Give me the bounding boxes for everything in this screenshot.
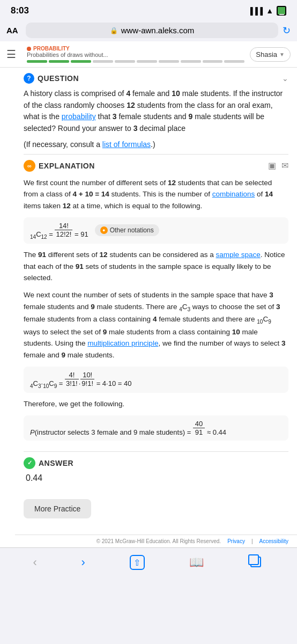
battery-icon: ⎯ bbox=[277, 6, 286, 16]
more-practice-section: More Practice bbox=[15, 488, 297, 535]
explanation-para-2: The 91 different sets of 12 students can… bbox=[24, 249, 288, 284]
question-header: ? QUESTION ⌄ bbox=[24, 73, 288, 84]
footer-bar: © 2021 McGraw-Hill Education. All Rights… bbox=[15, 535, 297, 547]
formula-2-block: 4C3·10C9 = 4!3!1!·10!9!1! = 4·10 = 40 bbox=[24, 367, 288, 393]
back-button[interactable]: ‹ bbox=[24, 553, 45, 572]
multiplication-principle-link[interactable]: multiplication principle bbox=[87, 339, 158, 347]
explanation-para-3: We next count the number of sets of stud… bbox=[24, 289, 288, 361]
formula-link[interactable]: list of formulas bbox=[102, 140, 151, 149]
combinations-link[interactable]: combinations bbox=[212, 190, 255, 198]
notation-btn-label: Other notations bbox=[110, 226, 154, 234]
accessibility-link[interactable]: Accessibility bbox=[259, 538, 288, 544]
explanation-icon: ∞ bbox=[24, 160, 35, 172]
explanation-right-icons: ▣ ✉ bbox=[268, 160, 288, 171]
copy-button[interactable] bbox=[240, 552, 273, 573]
lock-icon: 🔒 bbox=[110, 27, 118, 34]
nav-label-dot bbox=[27, 47, 31, 51]
progress-seg-8 bbox=[181, 60, 201, 63]
envelope-icon[interactable]: ✉ bbox=[281, 160, 288, 171]
nav-sub-text: Probabilities of draws without... bbox=[27, 52, 244, 58]
progress-seg-3 bbox=[71, 60, 91, 63]
share-icon: ⇧ bbox=[130, 555, 145, 570]
share-button[interactable]: ⇧ bbox=[121, 553, 153, 572]
explanation-para-4: Therefore, we get the following. bbox=[24, 398, 288, 410]
main-content: ☰ PROBABILITY Probabilities of draws wit… bbox=[0, 41, 297, 547]
answer-header: ✓ ANSWER bbox=[24, 457, 288, 469]
page-content: ? QUESTION ⌄ A history class is comprise… bbox=[15, 68, 297, 547]
copy-icon bbox=[248, 554, 264, 570]
info-icon: ● bbox=[100, 226, 108, 234]
grid-icon[interactable]: ▣ bbox=[268, 160, 276, 171]
formula-3-block: P(instructor selects 3 female and 9 male… bbox=[24, 415, 288, 441]
shasia-label: Shasia bbox=[256, 50, 277, 58]
progress-bar bbox=[27, 60, 244, 63]
refresh-button[interactable]: ↻ bbox=[283, 25, 291, 36]
answer-icon: ✓ bbox=[24, 457, 35, 469]
top-nav: ☰ PROBABILITY Probabilities of draws wit… bbox=[0, 41, 297, 68]
url-text: www-awn.aleks.com bbox=[121, 26, 195, 35]
forward-button[interactable]: › bbox=[73, 553, 94, 572]
footer-divider: | bbox=[251, 538, 253, 544]
status-time: 8:03 bbox=[11, 5, 29, 16]
status-bar: 8:03 ▐▐▐ ▲ ⎯ bbox=[0, 0, 297, 19]
formula-2-text: 4C3·10C9 = 4!3!1!·10!9!1! = 4·10 = 40 bbox=[30, 371, 131, 389]
privacy-link[interactable]: Privacy bbox=[227, 538, 245, 544]
progress-seg-10 bbox=[224, 60, 244, 63]
sample-space-link[interactable]: sample space bbox=[216, 251, 261, 259]
answer-value: 0.44 bbox=[26, 473, 42, 482]
share-arrow-icon: ⇧ bbox=[133, 558, 140, 568]
question-icon: ? bbox=[24, 73, 34, 84]
status-icons: ▐▐▐ ▲ ⎯ bbox=[248, 6, 287, 16]
page-body: Explanation Page ? QUESTION ⌄ A history … bbox=[0, 68, 297, 547]
more-practice-button[interactable]: More Practice bbox=[24, 499, 91, 518]
wifi-icon: ▲ bbox=[266, 6, 273, 15]
browser-aa-label[interactable]: AA bbox=[6, 26, 21, 35]
explanation-header: ∞ EXPLANATION ▣ ✉ bbox=[24, 160, 288, 172]
book-icon: 📖 bbox=[189, 555, 204, 569]
progress-seg-7 bbox=[159, 60, 179, 63]
bottom-nav: ‹ › ⇧ 📖 bbox=[0, 547, 297, 577]
other-notations-button[interactable]: ● Other notations bbox=[95, 224, 159, 236]
formula-1-block: 14C12 = 14!12!2! = 91 ● Other notations bbox=[24, 217, 288, 244]
footer-copyright: © 2021 McGraw-Hill Education. All Rights… bbox=[96, 538, 221, 544]
explanation-para-1: We first count the number of different s… bbox=[24, 177, 288, 212]
side-tab-container: Explanation Page bbox=[0, 68, 15, 547]
content-wrapper: ☰ PROBABILITY Probabilities of draws wit… bbox=[0, 41, 297, 547]
nav-center: PROBABILITY Probabilities of draws witho… bbox=[27, 46, 244, 63]
formula-suffix: .) bbox=[151, 140, 155, 149]
hamburger-icon[interactable]: ☰ bbox=[6, 48, 21, 61]
question-text: A history class is comprised of 4 female… bbox=[24, 88, 288, 135]
progress-seg-9 bbox=[203, 60, 223, 63]
probability-link[interactable]: probability bbox=[62, 112, 96, 121]
progress-seg-6 bbox=[137, 60, 157, 63]
progress-seg-2 bbox=[49, 60, 69, 63]
explanation-section: ∞ EXPLANATION ▣ ✉ We first count the num… bbox=[15, 155, 297, 451]
signal-icon: ▐▐▐ bbox=[248, 7, 263, 15]
formula-1-text: 14C12 = 14!12!2! = 91 bbox=[30, 222, 88, 240]
nav-label: PROBABILITY bbox=[27, 46, 244, 52]
nav-probability-text: PROBABILITY bbox=[33, 46, 70, 52]
formula-prefix: (If necessary, consult a bbox=[24, 140, 102, 149]
formula-3-text: P(instructor selects 3 female and 9 male… bbox=[30, 420, 226, 436]
question-chevron-icon[interactable]: ⌄ bbox=[282, 74, 288, 83]
shasia-button[interactable]: Shasia ▼ bbox=[250, 47, 291, 62]
progress-seg-1 bbox=[27, 60, 47, 63]
shasia-chevron-icon: ▼ bbox=[279, 52, 285, 57]
progress-seg-4 bbox=[93, 60, 113, 63]
explanation-label: EXPLANATION bbox=[39, 162, 95, 170]
answer-section: ✓ ANSWER 0.44 bbox=[15, 452, 297, 488]
book-button[interactable]: 📖 bbox=[181, 553, 212, 572]
progress-seg-5 bbox=[115, 60, 135, 63]
question-label: QUESTION bbox=[38, 74, 79, 83]
browser-bar: AA 🔒 www-awn.aleks.com ↻ bbox=[0, 19, 297, 41]
browser-url-bar[interactable]: 🔒 www-awn.aleks.com bbox=[26, 23, 278, 38]
question-section: ? QUESTION ⌄ A history class is comprise… bbox=[15, 68, 297, 154]
answer-label: ANSWER bbox=[39, 459, 73, 467]
formula-line: (If necessary, consult a list of formula… bbox=[24, 140, 288, 149]
